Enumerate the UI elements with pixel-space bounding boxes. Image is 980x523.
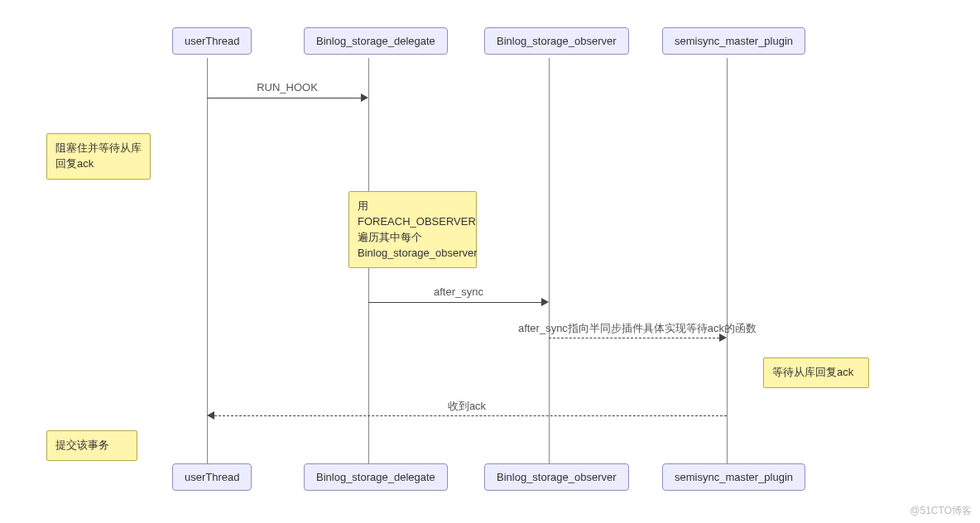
note-commit-tx: 提交该事务 (46, 430, 137, 461)
participant-observer-top: Binlog_storage_observer (484, 27, 629, 55)
message-after-sync (368, 302, 541, 303)
arrowhead (361, 94, 368, 102)
participant-label: Binlog_storage_observer (497, 471, 617, 483)
message-after-sync-impl (549, 338, 719, 338)
participant-label: Binlog_storage_observer (497, 35, 617, 47)
arrowhead (541, 298, 549, 306)
message-run-hook-label: RUN_HOOK (257, 81, 318, 94)
lifeline-observer (549, 58, 550, 463)
participant-label: Binlog_storage_delegate (316, 35, 435, 47)
participant-label: semisync_master_plugin (675, 471, 793, 483)
participant-label: userThread (185, 471, 239, 483)
participant-label: semisync_master_plugin (675, 35, 793, 47)
participant-label: Binlog_storage_delegate (316, 471, 435, 483)
participant-plugin-top: semisync_master_plugin (662, 27, 805, 55)
message-after-sync-label: after_sync (434, 285, 483, 298)
watermark: @51CTO博客 (910, 504, 972, 518)
message-ack-received-label: 收到ack (448, 399, 486, 414)
participant-userthread-top: userThread (172, 27, 252, 55)
arrowhead (207, 411, 214, 420)
message-run-hook (207, 98, 361, 98)
participant-delegate-bottom: Binlog_storage_delegate (304, 463, 448, 491)
participant-delegate-top: Binlog_storage_delegate (304, 27, 448, 55)
lifeline-userthread (207, 58, 208, 463)
participant-label: userThread (185, 35, 239, 47)
note-foreach-observer: 用FOREACH_OBSERVER遍历其中每个Binlog_storage_ob… (348, 191, 477, 268)
participant-plugin-bottom: semisync_master_plugin (662, 463, 805, 491)
note-wait-slave-ack: 等待从库回复ack (763, 357, 869, 388)
note-block-wait-ack: 阻塞住并等待从库回复ack (46, 133, 151, 180)
participant-userthread-bottom: userThread (172, 463, 252, 491)
note-text: 用FOREACH_OBSERVER遍历其中每个Binlog_storage_ob… (358, 199, 478, 259)
participant-observer-bottom: Binlog_storage_observer (484, 463, 629, 491)
note-text: 等待从库回复ack (772, 366, 853, 378)
lifeline-plugin (727, 58, 728, 463)
message-ack-received (214, 415, 727, 416)
arrowhead (719, 333, 727, 342)
note-text: 提交该事务 (55, 439, 109, 451)
note-text: 阻塞住并等待从库回复ack (55, 142, 142, 170)
